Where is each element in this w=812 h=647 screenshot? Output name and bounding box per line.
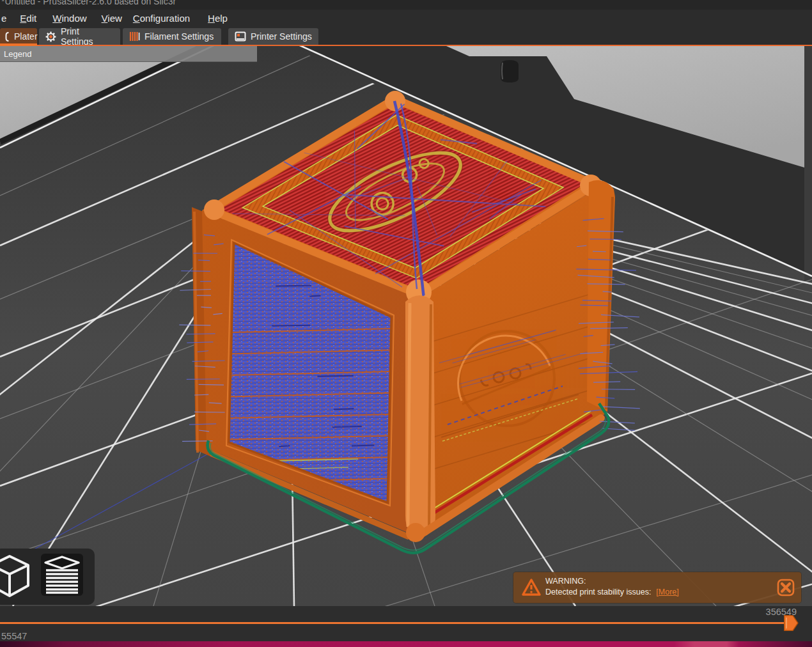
viewport-3d[interactable]: Legend bbox=[0, 46, 812, 606]
tab-label: Print Settings bbox=[61, 26, 114, 47]
legend-panel-header[interactable]: Legend bbox=[0, 46, 257, 62]
menu-window[interactable]: Window bbox=[47, 12, 91, 25]
bumper-left bbox=[204, 199, 224, 220]
gear-icon bbox=[45, 31, 56, 42]
plater-icon bbox=[5, 32, 10, 42]
preview-scene[interactable] bbox=[0, 46, 812, 606]
tab-label: Printer Settings bbox=[251, 31, 312, 42]
pillar-front-highlight bbox=[408, 303, 410, 527]
window-title: *Untitled - PrusaSlicer-2.6.0 based on S… bbox=[1, 0, 812, 6]
menu-help[interactable]: Help bbox=[203, 12, 233, 25]
warning-message: Detected print stability issues: bbox=[545, 588, 651, 596]
slider-handle[interactable] bbox=[784, 615, 799, 631]
warning-close-button[interactable] bbox=[777, 579, 795, 596]
view-mode-switcher bbox=[0, 549, 95, 605]
slider-min-value: 55547 bbox=[1, 631, 27, 641]
menu-configuration[interactable]: Configuration bbox=[128, 12, 195, 25]
legend-label: Legend bbox=[4, 49, 31, 59]
warning-title: WARNING: bbox=[545, 576, 679, 587]
menu-file-partial[interactable]: e bbox=[0, 12, 12, 25]
tab-filament-settings[interactable]: Filament Settings bbox=[123, 28, 221, 45]
editor-view-button[interactable] bbox=[0, 552, 33, 600]
progress-strip bbox=[0, 641, 812, 647]
bed-knob bbox=[501, 60, 519, 82]
bumper-bottom-front bbox=[406, 523, 425, 542]
preview-view-button[interactable] bbox=[41, 554, 83, 596]
bed-knob-highlight bbox=[502, 63, 503, 79]
filament-icon bbox=[129, 31, 140, 42]
tab-label: Plater bbox=[14, 31, 38, 42]
warning-more-link[interactable]: [More] bbox=[656, 588, 678, 596]
warning-text: WARNING: Detected print stability issues… bbox=[545, 576, 679, 598]
prusaslicer-window: { "window": { "title": "*Untitled - Prus… bbox=[0, 0, 812, 647]
printer-icon bbox=[235, 31, 246, 42]
tab-bar: Plater Print Settings Filamen bbox=[0, 26, 812, 46]
warning-icon bbox=[522, 579, 541, 596]
layers-icon bbox=[41, 554, 83, 596]
menu-view[interactable]: View bbox=[97, 12, 127, 25]
menu-edit[interactable]: Edit bbox=[15, 12, 42, 25]
menu-bar: e Edit Window View Configuration Help bbox=[0, 10, 812, 26]
tab-label: Filament Settings bbox=[144, 31, 214, 42]
scene-right-edge bbox=[804, 46, 812, 281]
tab-printer-settings[interactable]: Printer Settings bbox=[228, 28, 318, 45]
title-bar: *Untitled - PrusaSlicer-2.6.0 based on S… bbox=[0, 0, 812, 10]
warning-notification: WARNING: Detected print stability issues… bbox=[513, 572, 801, 603]
slider-track[interactable] bbox=[0, 622, 788, 624]
tab-print-settings[interactable]: Print Settings bbox=[39, 28, 120, 45]
tab-plater[interactable]: Plater bbox=[0, 28, 37, 45]
moves-slider-bar: 356549 55547 bbox=[0, 606, 812, 641]
